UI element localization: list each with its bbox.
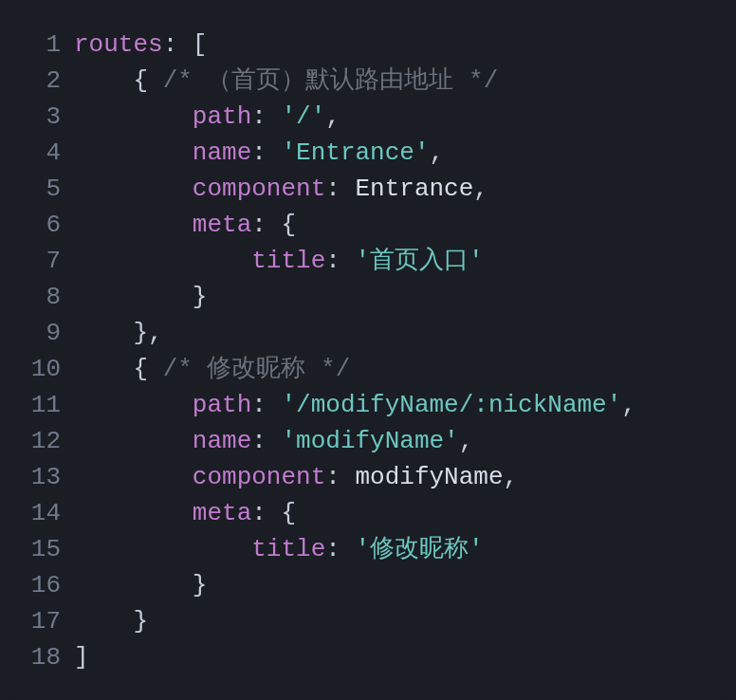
line-content: } <box>74 567 736 603</box>
code-token: component <box>193 463 325 491</box>
line-number: 11 <box>0 387 74 423</box>
code-token: meta <box>193 499 251 527</box>
line-content: ] <box>74 639 736 675</box>
line-content: } <box>74 603 736 639</box>
code-token: Entrance <box>355 175 473 203</box>
line-number: 14 <box>0 495 74 531</box>
code-token: , <box>504 463 519 491</box>
code-token: path <box>193 102 251 131</box>
code-line: 9 }, <box>0 315 736 351</box>
line-number: 7 <box>0 243 74 279</box>
line-number: 5 <box>0 171 74 207</box>
code-token <box>74 499 193 527</box>
line-content: } <box>74 279 736 315</box>
code-token: { <box>74 355 163 383</box>
line-number: 3 <box>0 99 74 135</box>
code-token: /* （首页）默认路由地址 */ <box>163 66 499 95</box>
code-line: 2 { /* （首页）默认路由地址 */ <box>0 63 736 99</box>
code-token: : <box>325 247 355 275</box>
code-token: 'modifyName' <box>281 427 458 455</box>
code-token: : <box>325 535 355 563</box>
code-editor: 1routes: [2 { /* （首页）默认路由地址 */3 path: '/… <box>0 0 736 700</box>
line-content: { /* 修改昵称 */ <box>74 351 736 387</box>
line-content: component: modifyName, <box>74 459 736 495</box>
line-number: 1 <box>0 27 74 63</box>
line-number: 17 <box>0 603 74 639</box>
code-line: 6 meta: { <box>0 207 736 243</box>
code-token: '/modifyName/:nickName' <box>281 391 621 419</box>
line-number: 13 <box>0 459 74 495</box>
code-token: title <box>251 535 325 563</box>
line-number: 6 <box>0 207 74 243</box>
code-token: : <box>251 427 281 455</box>
code-token: : <box>325 175 355 203</box>
code-token: title <box>251 247 325 275</box>
code-token: , <box>430 138 445 167</box>
code-token <box>74 391 193 419</box>
code-line: 14 meta: { <box>0 495 736 531</box>
line-number: 4 <box>0 135 74 171</box>
code-token: } <box>74 283 207 311</box>
code-token: '修改昵称' <box>355 535 483 563</box>
code-line: 11 path: '/modifyName/:nickName', <box>0 387 736 423</box>
code-line: 10 { /* 修改昵称 */ <box>0 351 736 387</box>
code-token <box>74 463 193 491</box>
code-token: } <box>74 607 148 636</box>
line-content: name: 'modifyName', <box>74 423 736 459</box>
code-line: 3 path: '/', <box>0 99 736 135</box>
code-token: } <box>74 571 207 599</box>
code-token: { <box>74 66 163 95</box>
code-token: : { <box>251 499 296 527</box>
code-token: : <box>251 391 281 419</box>
line-content: meta: { <box>74 495 736 531</box>
code-line: 8 } <box>0 279 736 315</box>
code-token: modifyName <box>355 463 503 491</box>
code-token: : { <box>251 211 296 239</box>
code-token <box>74 175 193 203</box>
code-line: 13 component: modifyName, <box>0 459 736 495</box>
code-token: , <box>473 175 488 203</box>
line-number: 2 <box>0 63 74 99</box>
code-line: 5 component: Entrance, <box>0 171 736 207</box>
line-number: 15 <box>0 531 74 567</box>
code-token <box>74 427 193 455</box>
line-content: }, <box>74 315 736 351</box>
code-token: name <box>193 427 251 455</box>
line-content: name: 'Entrance', <box>74 135 736 171</box>
line-content: meta: { <box>74 207 736 243</box>
line-content: title: '首页入口' <box>74 243 736 279</box>
line-number: 10 <box>0 351 74 387</box>
code-line: 12 name: 'modifyName', <box>0 423 736 459</box>
code-token: '首页入口' <box>355 247 483 275</box>
code-token: : <box>251 102 281 131</box>
code-line: 7 title: '首页入口' <box>0 243 736 279</box>
code-line: 4 name: 'Entrance', <box>0 135 736 171</box>
code-token <box>74 535 251 563</box>
code-token: '/' <box>281 102 325 131</box>
code-lines: 1routes: [2 { /* （首页）默认路由地址 */3 path: '/… <box>0 27 736 675</box>
code-line: 15 title: '修改昵称' <box>0 531 736 567</box>
code-token: meta <box>193 211 251 239</box>
code-line: 1routes: [ <box>0 27 736 63</box>
code-token: : <box>325 463 355 491</box>
code-token <box>74 138 193 167</box>
code-token: }, <box>74 319 163 347</box>
code-line: 18] <box>0 639 736 675</box>
code-token <box>74 102 193 131</box>
line-content: title: '修改昵称' <box>74 531 736 567</box>
code-token: 'Entrance' <box>281 138 429 167</box>
code-token: ] <box>74 643 89 672</box>
line-number: 12 <box>0 423 74 459</box>
line-content: { /* （首页）默认路由地址 */ <box>74 63 736 99</box>
code-line: 17 } <box>0 603 736 639</box>
line-content: component: Entrance, <box>74 171 736 207</box>
line-number: 16 <box>0 567 74 603</box>
line-content: path: '/', <box>74 99 736 135</box>
line-content: path: '/modifyName/:nickName', <box>74 387 736 423</box>
line-number: 18 <box>0 639 74 675</box>
code-token: /* 修改昵称 */ <box>163 355 351 383</box>
code-token: : <box>251 138 281 167</box>
code-token: name <box>193 138 251 167</box>
line-number: 8 <box>0 279 74 315</box>
code-token <box>74 211 193 239</box>
